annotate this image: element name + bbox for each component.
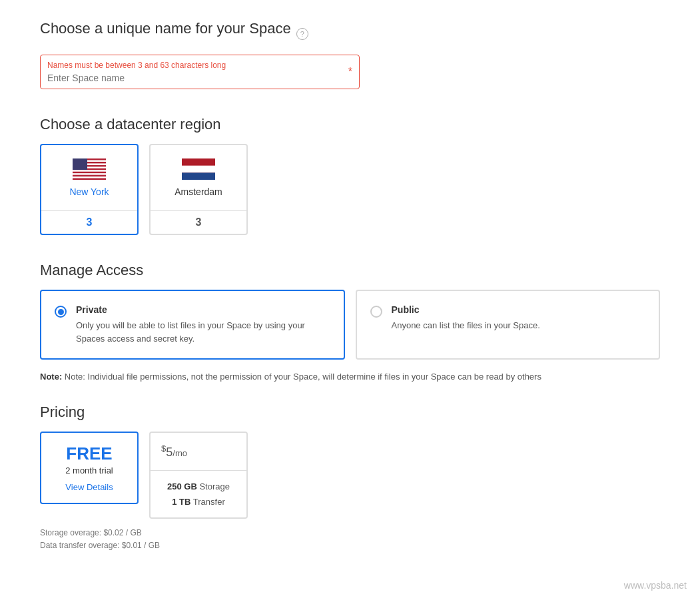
nl-flag-icon bbox=[182, 158, 215, 180]
svg-rect-9 bbox=[182, 166, 215, 173]
pricing-title: Pricing bbox=[40, 404, 660, 421]
storage-overage-text: Storage overage: $0.02 / GB bbox=[40, 527, 660, 539]
pricing-card-free[interactable]: FREE 2 month trial View Details bbox=[40, 432, 139, 504]
free-card-content: FREE 2 month trial View Details bbox=[41, 433, 137, 503]
private-desc: Only you will be able to list files in y… bbox=[76, 319, 330, 345]
svg-rect-4 bbox=[73, 170, 106, 171]
datacenter-title: Choose a datacenter region bbox=[40, 116, 660, 133]
svg-rect-10 bbox=[182, 172, 215, 180]
paid-price-value: 5 bbox=[166, 446, 173, 459]
paid-price-header: $5/mo bbox=[151, 433, 246, 470]
transfer-overage-text: Data transfer overage: $0.01 / GB bbox=[40, 539, 660, 552]
region-number-ams: 3 bbox=[151, 210, 246, 234]
svg-rect-5 bbox=[73, 173, 106, 174]
access-card-public[interactable]: Public Anyone can list the files in your… bbox=[356, 290, 661, 360]
help-icon[interactable]: ? bbox=[296, 28, 308, 40]
svg-rect-6 bbox=[73, 176, 106, 178]
us-flag-icon bbox=[73, 158, 106, 180]
region-card-top-ny: New York bbox=[41, 145, 137, 210]
access-title: Manage Access bbox=[40, 262, 660, 279]
public-option-text: Public Anyone can list the files in your… bbox=[392, 304, 540, 332]
space-name-title: Choose a unique name for your Space bbox=[40, 20, 291, 37]
watermark: www.vpsba.net bbox=[624, 580, 687, 586]
validation-message: Names must be between 3 and 63 character… bbox=[47, 61, 339, 70]
pricing-cards-container: FREE 2 month trial View Details $5/mo 25… bbox=[40, 432, 660, 519]
storage-feature: 250 GB Storage bbox=[161, 479, 236, 494]
datacenter-section: Choose a datacenter region bbox=[40, 116, 660, 235]
paid-price-unit: mo bbox=[175, 448, 187, 458]
region-cards-container: New York 3 Amsterdam 3 bbox=[40, 144, 660, 235]
public-desc: Anyone can list the files in your Space. bbox=[392, 319, 540, 332]
public-radio[interactable] bbox=[370, 306, 382, 318]
public-label: Public bbox=[392, 304, 540, 315]
region-card-top-ams: Amsterdam bbox=[151, 145, 246, 210]
private-option-text: Private Only you will be able to list fi… bbox=[76, 304, 330, 345]
region-card-new-york[interactable]: New York 3 bbox=[40, 144, 139, 235]
free-label: FREE bbox=[52, 444, 127, 464]
access-note: Note: Note: Individual file permissions,… bbox=[40, 370, 660, 384]
free-trial-text: 2 month trial bbox=[52, 465, 127, 475]
region-name-ams: Amsterdam bbox=[175, 186, 222, 197]
access-options-container: Private Only you will be able to list fi… bbox=[40, 290, 660, 360]
space-name-input[interactable] bbox=[47, 73, 339, 83]
required-indicator: * bbox=[348, 66, 352, 78]
private-label: Private bbox=[76, 304, 330, 315]
transfer-feature: 1 TB Transfer bbox=[161, 494, 236, 509]
region-number-ny: 3 bbox=[41, 210, 137, 234]
private-radio[interactable] bbox=[55, 306, 67, 318]
view-details-link[interactable]: View Details bbox=[52, 482, 127, 492]
space-name-label-row: Choose a unique name for your Space ? bbox=[40, 20, 660, 48]
access-card-private[interactable]: Private Only you will be able to list fi… bbox=[40, 290, 345, 360]
svg-rect-7 bbox=[73, 158, 87, 170]
region-name-ny: New York bbox=[69, 186, 109, 197]
pricing-card-paid[interactable]: $5/mo 250 GB Storage 1 TB Transfer bbox=[149, 432, 248, 519]
overage-info: Storage overage: $0.02 / GB Data transfe… bbox=[40, 527, 660, 552]
access-section: Manage Access Private Only you will be a… bbox=[40, 262, 660, 384]
region-card-amsterdam[interactable]: Amsterdam 3 bbox=[149, 144, 248, 235]
space-name-section: Choose a unique name for your Space ? Na… bbox=[40, 20, 660, 89]
paid-features: 250 GB Storage 1 TB Transfer bbox=[151, 470, 246, 518]
space-name-input-wrapper: Names must be between 3 and 63 character… bbox=[40, 55, 360, 89]
pricing-section: Pricing FREE 2 month trial View Details … bbox=[40, 404, 660, 553]
